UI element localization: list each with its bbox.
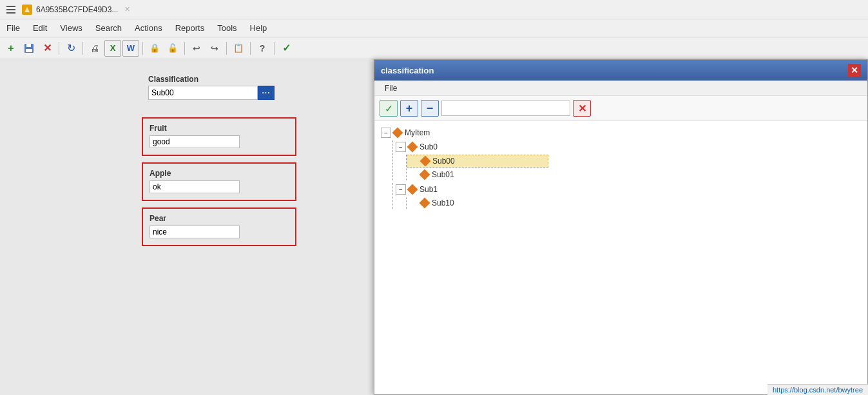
dialog-tree: − MyItem − Sub0 Sub00 <box>374 121 867 394</box>
tree-branch-sub10: Sub10 <box>406 197 862 209</box>
toolbar-separator-4 <box>184 42 185 55</box>
dialog-close-button[interactable]: ✕ <box>848 64 861 77</box>
fruit-field-group: Fruit <box>142 117 296 156</box>
pear-label: Pear <box>149 214 289 223</box>
menu-file[interactable]: File <box>0 19 26 37</box>
toolbar-separator-7 <box>274 42 275 55</box>
fruit-label: Fruit <box>149 124 289 133</box>
toolbar-separator-2 <box>82 42 83 55</box>
svg-rect-3 <box>26 44 31 47</box>
tree-label-sub0: Sub0 <box>420 142 438 151</box>
menu-help[interactable]: Help <box>244 19 274 37</box>
left-panel: Classification ··· Fruit Apple Pear <box>0 59 374 395</box>
dialog-menu: File <box>374 81 867 96</box>
status-url: https://blog.csdn.net/bwytree <box>773 386 863 394</box>
classification-label: Classification <box>148 75 275 84</box>
tree-branch-sub00: Sub00 Sub01 <box>406 155 862 180</box>
classification-dialog: classification ✕ File ✓ + − ✕ − MyItem <box>374 59 868 395</box>
classification-browse-button[interactable]: ··· <box>258 86 275 100</box>
new-button[interactable]: + <box>3 40 19 57</box>
tree-toggle-myitem[interactable]: − <box>381 128 391 138</box>
word-button[interactable]: W <box>122 40 139 57</box>
tree-icon-sub00 <box>420 156 431 167</box>
undo-button[interactable]: ↩ <box>188 40 205 57</box>
toolbar-separator-5 <box>226 42 227 55</box>
svg-rect-4 <box>26 49 32 52</box>
lock-button[interactable]: 🔒 <box>146 40 163 57</box>
hamburger-menu[interactable] <box>4 3 18 16</box>
dialog-titlebar: classification ✕ <box>374 60 867 81</box>
toolbar-separator-3 <box>142 42 143 55</box>
refresh-button[interactable]: ↻ <box>63 40 79 57</box>
menu-tools[interactable]: Tools <box>211 19 243 37</box>
apple-field-group: Apple <box>142 162 296 201</box>
main-container: Classification ··· Fruit Apple Pear <box>0 59 868 395</box>
tree-icon-sub1 <box>407 184 418 195</box>
tree-icon-myitem <box>392 128 403 139</box>
tab-close[interactable]: ✕ <box>124 5 130 14</box>
save-button[interactable] <box>21 40 37 57</box>
status-bar: https://blog.csdn.net/bwytree <box>767 384 868 395</box>
toolbar-separator-6 <box>250 42 251 55</box>
apple-input[interactable] <box>149 180 240 193</box>
dialog-title: classification <box>381 66 848 75</box>
dialog-confirm-button[interactable]: ✓ <box>380 100 398 117</box>
tree-icon-sub01 <box>420 169 430 180</box>
unlock-button[interactable]: 🔓 <box>164 40 181 57</box>
menu-actions[interactable]: Actions <box>128 19 169 37</box>
tree-label-sub00: Sub00 <box>432 157 455 166</box>
dialog-remove-button[interactable]: − <box>421 100 439 117</box>
menu-edit[interactable]: Edit <box>26 19 53 37</box>
copy-button[interactable]: 📋 <box>230 40 247 57</box>
tree-toggle-sub0[interactable]: − <box>396 142 406 152</box>
fruit-input[interactable] <box>149 135 240 148</box>
print-button[interactable]: 🖨 <box>86 40 103 57</box>
classification-section: Classification ··· <box>148 75 275 100</box>
tree-toggle-sub1[interactable]: − <box>396 184 406 195</box>
tree-label-sub01: Sub01 <box>432 170 454 179</box>
tree-icon-sub0 <box>407 142 418 153</box>
dialog-search-input[interactable] <box>441 101 570 116</box>
main-toolbar: + ✕ ↻ 🖨 X W 🔒 🔓 ↩ ↪ 📋 ? ✓ <box>0 37 868 59</box>
pear-input[interactable] <box>149 226 240 238</box>
tree-item-myitem: − MyItem − Sub0 Sub00 <box>380 126 862 209</box>
dialog-cancel-button[interactable]: ✕ <box>573 100 591 117</box>
toolbar-separator-1 <box>59 42 59 55</box>
tree-branch-sub1: − Sub1 Sub10 <box>392 183 862 209</box>
check-button[interactable]: ✓ <box>278 40 294 57</box>
excel-button[interactable]: X <box>104 40 121 57</box>
pear-field-group: Pear <box>142 207 296 246</box>
tree-label-sub10: Sub10 <box>432 198 454 207</box>
redo-button[interactable]: ↪ <box>206 40 223 57</box>
dialog-menu-file[interactable]: File <box>380 82 402 94</box>
delete-button[interactable]: ✕ <box>39 40 55 57</box>
tree-item-sub00[interactable]: Sub00 <box>407 155 548 168</box>
tree-item-sub10[interactable]: Sub10 <box>407 197 862 209</box>
menu-bar: File Edit Views Search Actions Reports T… <box>0 19 868 37</box>
tree-label-myitem: MyItem <box>405 128 430 137</box>
apple-label: Apple <box>149 169 289 178</box>
classification-field-wrapper: ··· <box>148 86 275 100</box>
title-bar: 6A9535BC7FDE49D3... ✕ <box>0 0 868 19</box>
help-button[interactable]: ? <box>254 40 271 57</box>
dialog-add-button[interactable]: + <box>400 100 418 117</box>
tree-icon-sub10 <box>420 198 430 209</box>
menu-reports[interactable]: Reports <box>169 19 211 37</box>
tree-branch-sub0: − Sub0 Sub00 Sub01 <box>392 140 862 180</box>
tab-title: 6A9535BC7FDE49D3... <box>36 5 118 14</box>
menu-views[interactable]: Views <box>53 19 88 37</box>
tree-label-sub1: Sub1 <box>420 185 438 194</box>
tree-item-sub01[interactable]: Sub01 <box>407 169 862 180</box>
app-icon <box>22 5 32 15</box>
menu-search[interactable]: Search <box>89 19 128 37</box>
classification-input[interactable] <box>148 86 258 100</box>
dialog-toolbar: ✓ + − ✕ <box>374 96 867 121</box>
